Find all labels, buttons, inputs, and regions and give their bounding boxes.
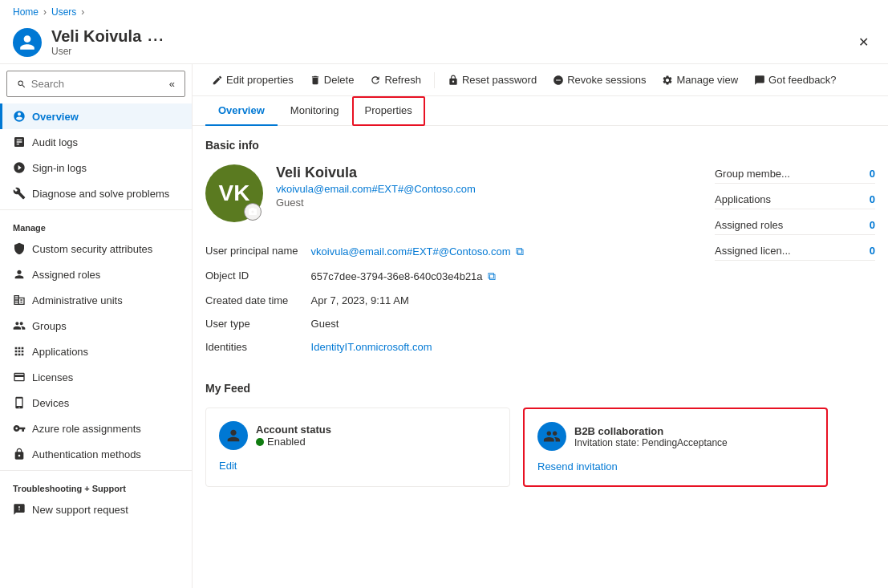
b2b-collab-card: B2B collaboration Invitation state: Pend…	[523, 408, 828, 487]
sidebar-item-overview[interactable]: Overview	[0, 103, 192, 129]
sidebar-item-applications[interactable]: Applications	[0, 339, 192, 364]
refresh-icon	[370, 75, 381, 86]
sidebar-item-diagnose-label: Diagnose and solve problems	[32, 188, 169, 200]
reset-password-icon	[448, 75, 459, 86]
feed-cards: Account status Enabled Edit	[205, 408, 875, 487]
stats-panel: Group membe... 0 Applications 0 Assigned…	[715, 164, 875, 375]
profile-info: Veli Koivula vkoivula@email.com#EXT#@Con…	[276, 164, 476, 209]
toolbar-separator	[434, 72, 435, 88]
sidebar-item-audit-logs-label: Audit logs	[32, 136, 78, 148]
sidebar-item-signin-logs[interactable]: Sign-in logs	[0, 155, 192, 180]
field-value-identities: IdentityIT.onmicrosoft.com	[311, 338, 695, 356]
sidebar-item-azure-role[interactable]: Azure role assignments	[0, 416, 192, 441]
sidebar-item-assigned-roles[interactable]: Assigned roles	[0, 262, 192, 287]
account-status-edit-link[interactable]: Edit	[219, 460, 497, 472]
b2b-collab-subtitle: Invitation state: PendingAcceptance	[574, 437, 728, 448]
manage-section-label: Manage	[0, 213, 192, 236]
tab-monitoring[interactable]: Monitoring	[278, 96, 352, 126]
sidebar-item-admin-units[interactable]: Administrative units	[0, 287, 192, 313]
field-label-upn: User principal name	[205, 241, 298, 260]
field-label-identities: Identities	[205, 338, 298, 356]
diagnose-icon	[13, 187, 26, 200]
refresh-button[interactable]: Refresh	[363, 71, 428, 89]
sidebar-item-new-support[interactable]: New support request	[0, 497, 192, 522]
sidebar-item-devices[interactable]: Devices	[0, 390, 192, 416]
stat-applications: Applications 0	[715, 190, 875, 209]
profile-area: VK Veli Koivula vkoivula@email.com#EXT#@…	[205, 164, 695, 222]
info-stats-row: VK Veli Koivula vkoivula@email.com#EXT#@…	[205, 164, 875, 375]
nav-divider-2	[0, 470, 192, 471]
account-status-card: Account status Enabled Edit	[205, 408, 510, 487]
sidebar-item-azure-role-label: Azure role assignments	[32, 423, 141, 435]
resend-invitation-link[interactable]: Resend invitation	[537, 460, 813, 472]
sidebar-item-custom-security[interactable]: Custom security attributes	[0, 236, 192, 262]
header-subtitle: User	[51, 46, 842, 57]
b2b-collab-avatar	[537, 422, 566, 451]
tabs: Overview Monitoring Properties	[193, 96, 888, 126]
tab-properties[interactable]: Properties	[352, 96, 425, 126]
account-status-avatar	[219, 421, 248, 450]
search-input[interactable]	[31, 78, 164, 90]
custom-security-icon	[13, 242, 26, 255]
sidebar-item-auth-methods[interactable]: Authentication methods	[0, 441, 192, 467]
breadcrumb-home[interactable]: Home	[13, 6, 39, 18]
delete-button[interactable]: Delete	[303, 71, 361, 89]
stat-assigned-roles: Assigned roles 0	[715, 216, 875, 235]
audit-logs-icon	[13, 136, 26, 148]
copy-upn-icon[interactable]: ⧉	[516, 245, 524, 258]
identities-link[interactable]: IdentityIT.onmicrosoft.com	[311, 341, 432, 353]
edit-properties-button[interactable]: Edit properties	[205, 71, 300, 89]
info-section: VK Veli Koivula vkoivula@email.com#EXT#@…	[205, 164, 695, 375]
sidebar-item-devices-label: Devices	[32, 397, 69, 409]
tab-overview[interactable]: Overview	[205, 96, 278, 126]
profile-avatar: VK	[205, 164, 263, 222]
devices-icon	[13, 396, 26, 409]
azure-role-icon	[13, 422, 26, 435]
upn-link[interactable]: vkoivula@email.com#EXT#@Contoso.com	[311, 245, 511, 258]
feedback-button[interactable]: Got feedback?	[748, 71, 843, 89]
sidebar-item-signin-label: Sign-in logs	[32, 162, 87, 174]
field-value-usertype: Guest	[311, 314, 695, 333]
revoke-sessions-button[interactable]: Revoke sessions	[546, 71, 652, 89]
sidebar-item-audit-logs[interactable]: Audit logs	[0, 129, 192, 155]
sidebar-item-licenses[interactable]: Licenses	[0, 364, 192, 390]
status-dot	[256, 438, 264, 446]
toolbar: Edit properties Delete Refresh Reset pas…	[193, 64, 888, 96]
assigned-roles-icon	[13, 268, 26, 281]
collapse-icon[interactable]: «	[169, 78, 175, 90]
search-bar[interactable]: «	[6, 71, 185, 97]
page-title: Veli Koivula ...	[51, 27, 842, 46]
header-ellipsis[interactable]: ...	[148, 28, 164, 45]
b2b-icon	[543, 428, 561, 445]
breadcrumb-users[interactable]: Users	[51, 6, 76, 18]
profile-role: Guest	[276, 197, 476, 209]
copy-objectid-icon[interactable]: ⧉	[488, 270, 496, 283]
page-body: Basic info VK Veli Koivula	[193, 126, 888, 588]
b2b-collab-title: B2B collaboration	[574, 425, 728, 437]
account-icon	[225, 427, 242, 444]
sidebar: « Overview Audit logs Sign-in logs Diagn…	[0, 64, 193, 588]
sidebar-item-diagnose[interactable]: Diagnose and solve problems	[0, 180, 192, 206]
header-avatar	[13, 28, 42, 57]
close-button[interactable]: ✕	[852, 31, 875, 53]
field-value-objectid: 657c7dee-3794-36e8-640c03e4b21a ⧉	[311, 266, 695, 286]
groups-icon	[13, 319, 26, 332]
support-section-label: Troubleshooting + Support	[0, 474, 192, 497]
account-status-title: Account status	[256, 424, 331, 436]
basic-info-title: Basic info	[205, 139, 875, 152]
sidebar-item-support-label: New support request	[32, 504, 128, 516]
licenses-icon	[13, 371, 26, 383]
profile-email: vkoivula@email.com#EXT#@Contoso.com	[276, 183, 476, 195]
reset-password-button[interactable]: Reset password	[441, 71, 543, 89]
overview-icon	[13, 110, 26, 123]
sidebar-item-groups-label: Groups	[32, 320, 67, 332]
account-status-header: Account status Enabled	[219, 421, 497, 450]
manage-view-icon	[662, 75, 673, 86]
avatar-edit-button[interactable]	[244, 203, 262, 221]
field-label-created: Created date time	[205, 291, 298, 310]
content-area: Edit properties Delete Refresh Reset pas…	[193, 64, 888, 588]
edit-icon	[212, 75, 223, 86]
sidebar-item-groups[interactable]: Groups	[0, 313, 192, 339]
b2b-collab-header: B2B collaboration Invitation state: Pend…	[537, 422, 813, 451]
manage-view-button[interactable]: Manage view	[655, 71, 744, 89]
